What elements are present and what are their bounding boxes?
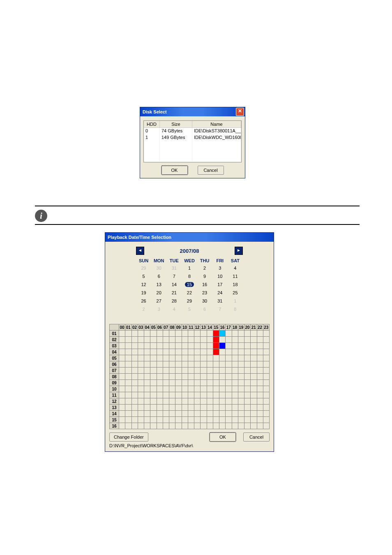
time-cell[interactable] xyxy=(207,423,213,429)
time-cell[interactable] xyxy=(119,392,125,398)
time-cell[interactable] xyxy=(119,343,125,349)
time-cell[interactable] xyxy=(207,355,213,361)
calendar-day[interactable]: 27 xyxy=(151,297,166,305)
time-cell[interactable] xyxy=(150,411,157,417)
time-cell[interactable] xyxy=(194,331,201,337)
time-cell[interactable] xyxy=(138,392,144,398)
calendar-day[interactable]: 3 xyxy=(151,305,166,313)
time-cell[interactable] xyxy=(131,337,138,343)
time-cell[interactable] xyxy=(207,331,213,337)
time-cell[interactable] xyxy=(263,386,269,392)
time-cell[interactable] xyxy=(119,423,125,429)
time-cell[interactable] xyxy=(244,368,251,374)
time-cell[interactable] xyxy=(257,392,263,398)
time-cell[interactable] xyxy=(188,337,194,343)
time-cell[interactable] xyxy=(238,411,244,417)
time-cell[interactable] xyxy=(201,368,207,374)
time-cell[interactable] xyxy=(244,423,251,429)
calendar-day[interactable]: 23 xyxy=(197,289,212,297)
time-cell[interactable] xyxy=(169,331,175,337)
time-cell[interactable] xyxy=(175,331,182,337)
time-cell[interactable] xyxy=(157,337,163,343)
time-cell[interactable] xyxy=(157,349,163,355)
time-cell[interactable] xyxy=(125,386,131,392)
calendar-day[interactable]: 17 xyxy=(212,280,228,289)
time-cell[interactable] xyxy=(257,349,263,355)
time-cell[interactable] xyxy=(138,380,144,386)
time-cell[interactable] xyxy=(219,337,226,343)
time-cell[interactable] xyxy=(188,405,194,411)
time-cell[interactable] xyxy=(125,368,131,374)
calendar-day[interactable]: 15 xyxy=(182,280,197,289)
time-cell[interactable] xyxy=(244,411,251,417)
time-cell[interactable] xyxy=(226,398,232,405)
time-cell[interactable] xyxy=(213,380,219,386)
calendar-day[interactable]: 18 xyxy=(228,280,243,289)
time-cell[interactable] xyxy=(182,337,188,343)
time-cell[interactable] xyxy=(175,355,182,361)
time-cell[interactable] xyxy=(213,349,219,355)
time-cell[interactable] xyxy=(238,380,244,386)
calendar-day[interactable]: 7 xyxy=(212,305,228,313)
time-cell[interactable] xyxy=(144,331,150,337)
calendar-day[interactable]: 26 xyxy=(136,297,151,305)
close-icon[interactable]: ✕ xyxy=(236,108,244,116)
time-cell[interactable] xyxy=(131,411,138,417)
time-cell[interactable] xyxy=(169,343,175,349)
time-cell[interactable] xyxy=(157,343,163,349)
time-cell[interactable] xyxy=(207,349,213,355)
time-cell[interactable] xyxy=(163,343,169,349)
time-cell[interactable] xyxy=(244,417,251,423)
time-cell[interactable] xyxy=(219,405,226,411)
time-cell[interactable] xyxy=(119,349,125,355)
time-cell[interactable] xyxy=(188,392,194,398)
time-cell[interactable] xyxy=(219,355,226,361)
time-cell[interactable] xyxy=(150,355,157,361)
time-cell[interactable] xyxy=(144,337,150,343)
time-cell[interactable] xyxy=(201,405,207,411)
time-cell[interactable] xyxy=(175,392,182,398)
time-cell[interactable] xyxy=(169,405,175,411)
time-cell[interactable] xyxy=(157,355,163,361)
time-cell[interactable] xyxy=(251,337,257,343)
time-cell[interactable] xyxy=(207,343,213,349)
time-cell[interactable] xyxy=(238,361,244,368)
time-cell[interactable] xyxy=(238,343,244,349)
time-cell[interactable] xyxy=(257,361,263,368)
calendar-day[interactable]: 1 xyxy=(228,297,243,305)
ok-button[interactable]: OK xyxy=(210,432,236,442)
time-cell[interactable] xyxy=(207,337,213,343)
calendar-day[interactable]: 29 xyxy=(182,297,197,305)
time-cell[interactable] xyxy=(201,331,207,337)
time-cell[interactable] xyxy=(263,423,269,429)
time-cell[interactable] xyxy=(175,368,182,374)
time-cell[interactable] xyxy=(150,331,157,337)
calendar-day[interactable]: 8 xyxy=(228,305,243,313)
time-cell[interactable] xyxy=(175,343,182,349)
calendar-day[interactable]: 31 xyxy=(166,264,182,272)
calendar-day[interactable]: 7 xyxy=(166,272,182,280)
time-cell[interactable] xyxy=(119,355,125,361)
time-cell[interactable] xyxy=(201,398,207,405)
calendar-day[interactable]: 20 xyxy=(151,289,166,297)
time-cell[interactable] xyxy=(232,405,238,411)
time-cell[interactable] xyxy=(157,417,163,423)
table-row[interactable] xyxy=(144,141,241,148)
time-cell[interactable] xyxy=(131,386,138,392)
time-cell[interactable] xyxy=(251,374,257,380)
time-cell[interactable] xyxy=(238,392,244,398)
time-cell[interactable] xyxy=(257,343,263,349)
calendar-day[interactable]: 9 xyxy=(197,272,212,280)
time-cell[interactable] xyxy=(232,349,238,355)
time-cell[interactable] xyxy=(194,411,201,417)
col-name-header[interactable]: Name xyxy=(192,121,241,127)
time-cell[interactable] xyxy=(175,405,182,411)
time-cell[interactable] xyxy=(119,405,125,411)
time-cell[interactable] xyxy=(219,361,226,368)
time-cell[interactable] xyxy=(232,368,238,374)
time-cell[interactable] xyxy=(232,417,238,423)
time-cell[interactable] xyxy=(251,386,257,392)
time-cell[interactable] xyxy=(175,423,182,429)
time-cell[interactable] xyxy=(251,331,257,337)
time-cell[interactable] xyxy=(163,417,169,423)
